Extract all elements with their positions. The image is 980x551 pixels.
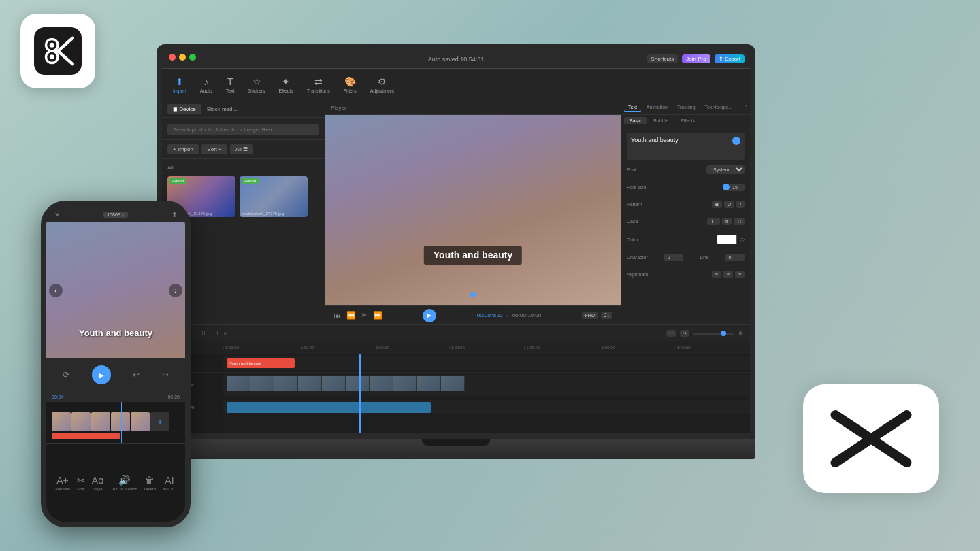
import-action-button[interactable]: + Import: [167, 144, 199, 154]
audio-track-strip[interactable]: [223, 400, 750, 414]
gear-icon[interactable]: ⚙: [738, 331, 743, 337]
toolbar-import[interactable]: ⬆ Import: [167, 73, 192, 96]
undo-btn[interactable]: ↩: [666, 330, 676, 337]
phone-tool-delete[interactable]: 🗑 Delete: [144, 475, 156, 491]
rp-subtab-effects[interactable]: Effects: [675, 117, 700, 124]
redo-btn[interactable]: ↪: [680, 330, 689, 337]
font-select[interactable]: System: [706, 165, 745, 174]
step-fwd-button[interactable]: ⏩: [373, 311, 382, 320]
italic-button[interactable]: I: [736, 201, 745, 208]
toolbar-text[interactable]: T Text: [220, 73, 240, 96]
text-track-block[interactable]: Youth and beauty: [227, 358, 295, 368]
export-button[interactable]: ⬆ Export: [715, 54, 745, 63]
playhead[interactable]: [359, 354, 361, 433]
phone-time-display: 00:04 06:20: [46, 391, 185, 402]
toolbar-filters[interactable]: 🎨 Filters: [338, 73, 362, 96]
phone-tool-split[interactable]: ✂ Split: [77, 475, 85, 491]
toolbar-effects[interactable]: ✦ Effects: [274, 73, 299, 96]
phone-current-time: 00:04: [52, 395, 64, 399]
import-icon: ⬆: [176, 76, 184, 87]
vid-frame-9: [417, 376, 441, 391]
video-block[interactable]: [227, 376, 465, 391]
phone-tool-ai[interactable]: AI AI Ch...: [163, 475, 176, 491]
rewind-button[interactable]: ⏮: [333, 312, 341, 320]
fit-button[interactable]: FHD: [582, 312, 598, 319]
phone-text-track[interactable]: [52, 433, 120, 439]
time-separator: /: [507, 312, 508, 318]
align-right[interactable]: ≡: [735, 271, 745, 278]
rp-tab-animation[interactable]: Animation: [642, 103, 672, 112]
all-button[interactable]: All ☰: [230, 144, 253, 154]
fullscreen-button[interactable]: ⛶: [601, 312, 612, 319]
video-track-strip[interactable]: [223, 374, 750, 396]
media-badge-1: Added: [169, 178, 186, 184]
toolbar-audio[interactable]: ♪ Audio: [195, 73, 218, 96]
zoom-thumb: [721, 331, 726, 336]
audio-track: Funny Gaming: [162, 397, 750, 416]
phone-prev-button[interactable]: ‹: [49, 284, 63, 297]
rp-tab-tts[interactable]: Text-to-spe...: [701, 103, 736, 112]
phone-tool-addtext[interactable]: A+ Add text: [55, 475, 70, 491]
line-spacing-input[interactable]: [725, 254, 745, 261]
tab-device[interactable]: ◼ Device: [167, 104, 201, 114]
play-button[interactable]: ▶: [423, 309, 436, 322]
ruler-5: 1:00:00: [524, 346, 600, 350]
import-plus-icon: +: [173, 146, 176, 152]
zoom-slider[interactable]: [693, 333, 734, 335]
phone-tool-style[interactable]: Aɑ Style: [92, 475, 104, 491]
video-track: Cover: [162, 373, 750, 397]
case-lower[interactable]: tt: [722, 218, 732, 225]
phone-redo-button[interactable]: ↪: [162, 370, 169, 380]
tracks-container: Youth and beauty: [162, 354, 750, 433]
audio-block[interactable]: [227, 402, 431, 413]
filters-icon: 🎨: [344, 76, 356, 87]
align-center[interactable]: ≡: [723, 271, 733, 278]
case-title[interactable]: Tt: [734, 218, 745, 225]
toolbar-adjustment[interactable]: ⚙ Adjustment: [365, 73, 399, 96]
phone-next-button[interactable]: ›: [169, 284, 182, 297]
align-left[interactable]: ≡: [712, 271, 721, 278]
phone-share-icon[interactable]: ⬆: [172, 211, 177, 218]
phone-play-button[interactable]: ▶: [92, 365, 111, 384]
phone-playhead: [121, 402, 122, 443]
phone-duration: 06:20: [167, 395, 180, 399]
media-thumb-2[interactable]: Added shutterstock_27275.jpg: [240, 176, 308, 217]
vid-frame-6: [346, 376, 370, 391]
tab-stock[interactable]: Stock medi...: [201, 104, 244, 114]
search-input[interactable]: [167, 124, 319, 135]
stickers-label: Stickers: [248, 88, 265, 93]
phone-topbar: ✕ 1080P ↑ ⬆: [46, 206, 185, 222]
cut-button[interactable]: ✂: [361, 311, 368, 320]
rp-subtab-basic[interactable]: Basic: [624, 117, 647, 124]
character-spacing-input[interactable]: [664, 254, 683, 261]
maximize-button[interactable]: [189, 54, 196, 61]
rp-subtab-bubble[interactable]: Bubble: [648, 117, 674, 124]
phone-close-icon[interactable]: ✕: [54, 211, 60, 218]
rp-tab-text[interactable]: Text: [624, 103, 641, 112]
toolbar-stickers[interactable]: ☆ Stickers: [243, 73, 271, 96]
shortcuts-button[interactable]: Shortcuts: [647, 54, 679, 63]
case-upper[interactable]: TT: [707, 218, 720, 225]
toolbar-transitions[interactable]: ⇄ Transitions: [301, 73, 336, 96]
phone-rewind-button[interactable]: ⟳: [63, 370, 69, 380]
adjustment-label: Adjustment: [370, 88, 394, 93]
phone-resolution[interactable]: 1080P ↑: [103, 212, 128, 218]
phone-undo-button[interactable]: ↩: [133, 370, 140, 380]
rp-expand-icon[interactable]: ›: [745, 103, 747, 112]
text-track-strip[interactable]: Youth and beauty: [223, 356, 750, 370]
sort-button[interactable]: Sort ≡: [201, 144, 227, 154]
underline-button[interactable]: U: [724, 201, 734, 208]
minimize-button[interactable]: [179, 54, 186, 61]
bold-button[interactable]: B: [712, 201, 722, 208]
joinpro-button[interactable]: Join Pro: [682, 54, 710, 63]
color-swatch[interactable]: [717, 235, 737, 244]
step-back-button[interactable]: ⏪: [346, 311, 356, 320]
phone-add-clip[interactable]: +: [150, 412, 169, 431]
phone-tool-tts[interactable]: 🔊 Text to speech: [111, 475, 137, 491]
app-ui: Auto saved 10:54:31 Shortcuts Join Pro ⬆…: [162, 50, 750, 433]
player-title: Player: [331, 105, 346, 111]
close-button[interactable]: [169, 54, 176, 61]
ruler-2: 1:00:00: [299, 346, 374, 350]
rp-tab-tracking[interactable]: Tracking: [673, 103, 700, 112]
text-content-input[interactable]: Youth and beauty: [627, 133, 745, 160]
